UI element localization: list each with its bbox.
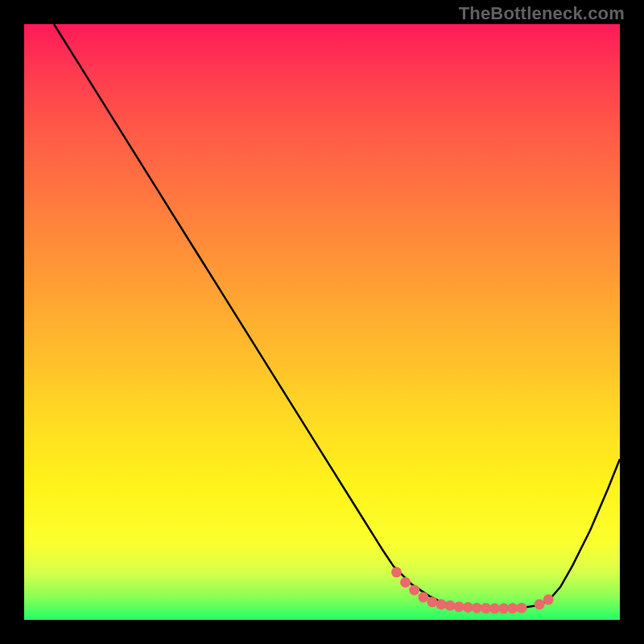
optimal-dot <box>409 585 419 596</box>
plot-area <box>24 24 620 620</box>
bottleneck-curve <box>54 24 620 609</box>
optimal-dot <box>481 603 491 613</box>
optimal-dot <box>535 599 545 609</box>
optimal-dot <box>436 599 447 609</box>
optimal-dot <box>516 603 526 613</box>
optimal-dot <box>454 601 464 612</box>
optimal-dot <box>507 603 518 613</box>
optimal-dot <box>489 603 500 613</box>
optimal-dot <box>463 602 473 613</box>
optimal-dot <box>472 603 482 613</box>
optimal-dot <box>427 597 437 607</box>
watermark-text: TheBottleneck.com <box>459 3 625 24</box>
chart-frame: TheBottleneck.com <box>0 0 644 644</box>
optimal-dot <box>391 567 402 577</box>
optimal-dot <box>400 577 411 588</box>
optimal-dot <box>498 603 509 613</box>
optimal-dot <box>445 601 456 611</box>
plot-overlay <box>24 24 620 620</box>
optimal-dot <box>543 594 554 605</box>
optimal-dot <box>418 592 428 602</box>
